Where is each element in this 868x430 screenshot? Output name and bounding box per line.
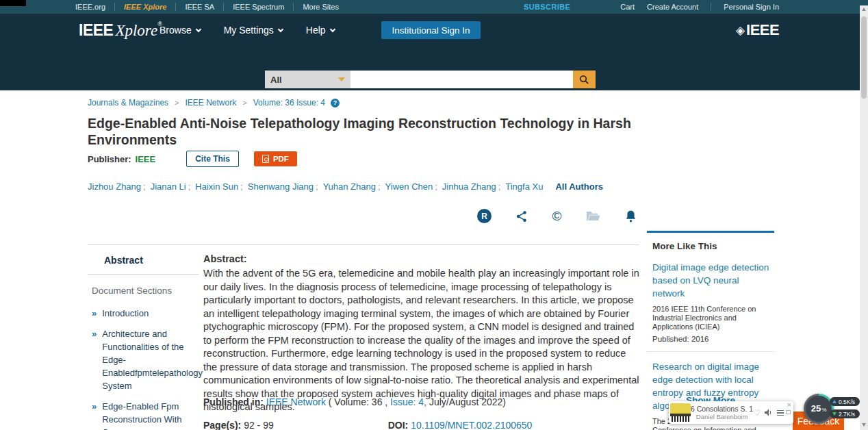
nav-browse-label: Browse [159, 25, 192, 36]
volume-speaker-icon[interactable] [765, 409, 773, 416]
author-link[interactable]: Haixin Sun [195, 181, 238, 192]
journal-link[interactable]: IEEE Network [266, 396, 326, 407]
volume-text: ( Volume: 36 , [329, 396, 387, 407]
all-authors-link[interactable]: All Authors [555, 181, 603, 192]
topbar-link-ieee-sa[interactable]: IEEE SA [175, 3, 223, 11]
document-sections-nav: Abstract Document Sections » Introductio… [88, 252, 199, 430]
search-icon [579, 75, 589, 85]
advanced-search-link[interactable]: ADVANCED SEARCH [452, 92, 596, 100]
rights-icon[interactable]: R [477, 209, 492, 223]
nav-help[interactable]: Help [306, 25, 335, 36]
scroll-down-arrow-icon[interactable] [862, 423, 866, 427]
logo-xplore-text: Xplore [115, 22, 157, 39]
nav-browse[interactable]: Browse [159, 25, 201, 36]
page-title: Edge-Enabled Anti-Noise Telepathology Im… [88, 115, 635, 148]
media-controls: ♡ [753, 408, 784, 418]
alerts-bell-icon[interactable] [625, 210, 637, 223]
institutional-sign-in-button[interactable]: Institutional Sign In [381, 21, 481, 39]
scroll-up-arrow-icon[interactable] [862, 8, 866, 11]
issue-link[interactable]: Issue: 4, [390, 396, 426, 407]
chevron-down-icon [329, 26, 335, 31]
copyright-icon[interactable]: © [552, 210, 562, 223]
tab-abstract[interactable]: Abstract [88, 252, 199, 275]
share-icon[interactable] [515, 210, 528, 223]
author-link[interactable]: Jizhou Zhang [88, 181, 141, 192]
author-link[interactable]: Jianan Li [151, 181, 186, 192]
cite-this-button[interactable]: Cite This [186, 151, 239, 167]
scrollbar-thumb[interactable] [861, 16, 867, 99]
date-text: July/August 2022) [429, 396, 506, 407]
author-separator: ; [378, 181, 381, 192]
search-scope-dropdown[interactable]: All [265, 71, 350, 88]
section-link-fpm-reconstruction[interactable]: » Edge-Enabled Fpm Reconstruction With C… [92, 400, 199, 430]
subscribe-link[interactable]: SUBSCRIBE [524, 3, 570, 11]
author-separator: ; [435, 181, 437, 192]
ieee-brand-text: IEEE [746, 21, 779, 39]
topbar-site-links: IEEE.org IEEE Xplore IEEE SA IEEE Spectr… [66, 3, 348, 11]
doi-link[interactable]: 10.1109/MNET.002.2100650 [411, 420, 532, 430]
section-label: Architecture and Functionalities of the … [102, 327, 203, 392]
create-account-link[interactable]: Create Account [647, 3, 698, 11]
author-separator: ; [143, 181, 146, 192]
breadcrumb-separator: > [175, 99, 179, 107]
article-metrics-row: Page(s): 92 - 99 DOI: 10.1109/MNET.002.2… [203, 420, 641, 430]
section-link-introduction[interactable]: » Introduction [92, 307, 199, 320]
top-utility-bar: IEEE.org IEEE Xplore IEEE SA IEEE Spectr… [0, 0, 868, 14]
media-text: 6 Consolations S. 1/2 Daniel Barenboim [691, 405, 753, 420]
download-speed-value: 2.7K/s [839, 411, 855, 418]
author-link[interactable]: Tingfa Xu [505, 181, 543, 192]
chevron-down-icon [278, 26, 283, 31]
nav-my-settings[interactable]: My Settings [224, 25, 283, 36]
author-separator: ; [498, 181, 501, 192]
author-separator: ; [316, 181, 318, 192]
abstract-label: Abstract: [203, 253, 641, 264]
corner-artifact [0, 0, 26, 6]
pages-value: 92 - 99 [244, 420, 274, 430]
topbar-link-more-sites[interactable]: More Sites [293, 3, 348, 11]
net-percent-symbol: % [821, 407, 826, 413]
close-icon[interactable]: × [787, 401, 791, 409]
personal-sign-in-link[interactable]: Personal Sign In [724, 3, 779, 11]
double-chevron-icon: » [92, 400, 97, 430]
publisher-name[interactable]: IEEE [136, 154, 156, 164]
playlist-icon[interactable] [777, 410, 784, 416]
topbar-link-ieee-xplore[interactable]: IEEE Xplore [114, 3, 175, 11]
pdf-button[interactable]: PDF [254, 151, 297, 166]
folder-icon[interactable] [586, 210, 601, 222]
breadcrumb-volume-issue[interactable]: Volume: 36 Issue: 4 [253, 98, 325, 108]
related-article-venue: 2016 IEEE 11th Conference on Industrial … [652, 305, 770, 331]
help-question-icon[interactable]: ? [331, 99, 340, 108]
cart-link[interactable]: Cart [620, 3, 635, 11]
publisher-row: Publisher: IEEE Cite This PDF [88, 151, 297, 167]
author-link[interactable]: Yuhan Zhang [323, 181, 376, 192]
breadcrumb: Journals & Magazines > IEEE Network > Vo… [88, 98, 340, 108]
media-track-title: 6 Consolations S. 1/2 [691, 405, 753, 413]
author-link[interactable]: Shenwang Jiang [248, 181, 314, 192]
favorite-heart-icon[interactable]: ♡ [753, 408, 761, 418]
ieee-brand-logo[interactable]: ◈ IEEE [736, 21, 779, 39]
mini-player-icon[interactable] [786, 410, 791, 414]
related-article-link[interactable]: Digital image edge detection based on LV… [652, 261, 770, 300]
double-chevron-icon: » [92, 307, 97, 320]
topbar-link-ieee-spectrum[interactable]: IEEE Spectrum [223, 3, 293, 11]
upload-speed-value: 0.5K/s [839, 399, 855, 405]
publisher-label: Publisher: [88, 154, 131, 164]
media-player-overlay[interactable]: 6 Consolations S. 1/2 Daniel Barenboim ♡… [669, 401, 793, 424]
topbar-link-ieee-org[interactable]: IEEE.org [66, 3, 114, 11]
topbar-account-links: SUBSCRIBE Cart Create Account Personal S… [524, 3, 779, 11]
breadcrumb-ieee-network[interactable]: IEEE Network [186, 98, 237, 108]
net-speed-circle-widget[interactable]: 25 % [804, 394, 834, 424]
search-button[interactable] [573, 71, 596, 88]
upload-speed-badge: 0.5K/s [830, 397, 860, 406]
author-link[interactable]: Jinhua Zhang [442, 181, 496, 192]
more-like-this-title: More Like This [652, 241, 774, 251]
chevron-down-icon [195, 26, 201, 31]
search-input[interactable] [350, 71, 573, 88]
pdf-file-icon [262, 155, 269, 163]
vertical-scrollbar[interactable] [860, 5, 868, 430]
breadcrumb-journals[interactable]: Journals & Magazines [88, 98, 168, 108]
ieee-xplore-logo[interactable]: IEEEXplore® [79, 21, 162, 40]
net-speed-percent: 25 % [806, 396, 832, 422]
author-link[interactable]: Yiwen Chen [385, 181, 433, 192]
section-link-architecture[interactable]: » Architecture and Functionalities of th… [92, 327, 199, 392]
